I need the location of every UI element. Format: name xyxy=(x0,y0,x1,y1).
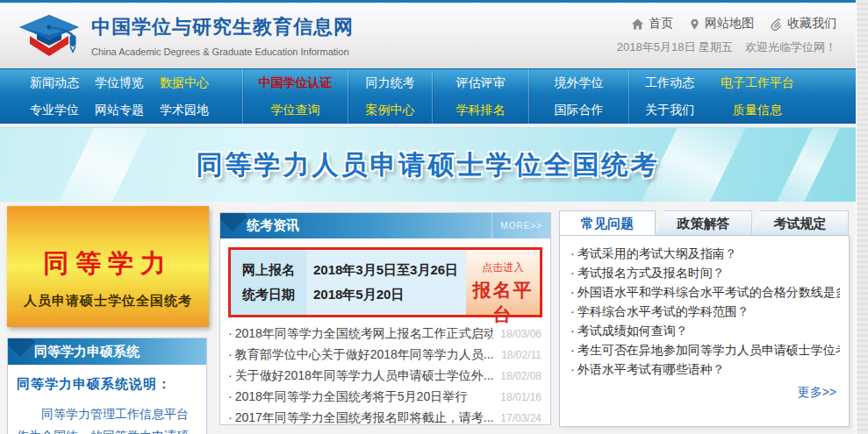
home-link[interactable]: 首页 xyxy=(631,16,673,32)
nav-link[interactable]: 学位博览 xyxy=(95,75,144,91)
system-box-header: 同等学力申硕系统 xyxy=(8,338,206,365)
sidebar-exam-promo[interactable]: 同等学力 人员申请硕士学位全国统考 xyxy=(7,206,209,327)
header-utility: 首页 网站地图 收藏我们 xyxy=(617,16,836,55)
news-panel-header: 统考资讯 MORE>> xyxy=(220,213,550,238)
nav-group-6: 工作动态 关于我们 电子工作平台 质量信息 xyxy=(629,69,856,124)
promo-subtitle: 人员申请硕士学位全国统考 xyxy=(7,293,209,309)
date-line: 2018年5月18日 星期五欢迎光临学位网！ xyxy=(617,39,836,55)
home-link-label: 首页 xyxy=(649,16,673,32)
brand-block: 中国学位与研究生教育信息网 China Academic Degrees & G… xyxy=(91,14,354,57)
nav-link[interactable]: 网站专题 xyxy=(95,103,144,118)
quick-links: 首页 网站地图 收藏我们 xyxy=(617,16,836,32)
tab-policy-answers[interactable]: 政策解答 xyxy=(656,210,752,235)
nav-group-5: 境外学位 国际合作 xyxy=(529,69,629,124)
exam-news-panel: 统考资讯 MORE>> 网上报名 统考日期 2018年3月5日至3月26日 20… xyxy=(219,212,551,425)
news-more-link[interactable]: MORE>> xyxy=(491,213,550,238)
faq-item[interactable]: 考试成绩如何查询？ xyxy=(570,321,840,340)
faq-item[interactable]: 考试报名方式及报名时间？ xyxy=(570,263,840,282)
signup-label-examdate: 统考日期 xyxy=(242,282,306,307)
bookmark-link[interactable]: 收藏我们 xyxy=(770,16,836,32)
faq-item[interactable]: 考试采用的考试大纲及指南？ xyxy=(570,244,840,263)
news-item-title: 关于做好2018年同等学力人员申请硕士学位外... xyxy=(228,366,493,386)
bookmark-link-label: 收藏我们 xyxy=(787,16,836,32)
nav-link[interactable]: 质量信息 xyxy=(721,103,794,118)
nav-group-2: 中国学位认证 学位查询 xyxy=(243,69,348,124)
graduation-cap-icon xyxy=(12,50,88,65)
faq-item[interactable]: 外国语水平和学科综合水平考试的合格分数线是多少？ xyxy=(570,282,840,302)
map-pin-icon xyxy=(689,18,700,31)
nav-group-1: 新闻动态 专业学位 学位博览 网站专题 数据中心 学术园地 xyxy=(0,69,243,124)
tab-common-questions[interactable]: 常见问题 xyxy=(559,210,656,235)
nav-group-4: 评估评审 学科排名 xyxy=(433,69,529,124)
nav-column: 新闻动态 专业学位 xyxy=(30,75,79,118)
nav-link[interactable]: 境外学位 xyxy=(555,75,604,91)
news-panel-title: 统考资讯 xyxy=(220,217,299,234)
news-item-date: 18/02/08 xyxy=(500,366,542,387)
news-list: 2018年同等学力全国统考网上报名工作正式启动 18/03/06 教育部学位中心… xyxy=(220,317,550,429)
site-header: 中国学位与研究生教育信息网 China Academic Degrees & G… xyxy=(0,3,856,68)
faq-more-link[interactable]: 更多>> xyxy=(570,385,840,401)
faq-item[interactable]: 外语水平考试有哪些语种？ xyxy=(570,359,840,379)
page-edge xyxy=(856,0,868,434)
faq-item[interactable]: 考生可否在异地参加同等学力人员申请硕士学位考试？ xyxy=(570,340,840,359)
nav-link[interactable]: 中国学位认证 xyxy=(259,75,333,91)
site-container: 中国学位与研究生教育信息网 China Academic Degrees & G… xyxy=(0,0,856,434)
nav-column: 学位博览 网站专题 xyxy=(95,75,144,118)
exam-banner[interactable]: 同等学力人员申请硕士学位全国统考 xyxy=(0,127,856,202)
signup-label-online: 网上报名 xyxy=(242,258,306,282)
home-icon xyxy=(631,18,644,31)
nav-link[interactable]: 工作动态 xyxy=(645,75,694,91)
signup-value-online: 2018年3月5日至3月26日 xyxy=(313,258,466,282)
signup-values: 2018年3月5日至3月26日 2018年5月20日 xyxy=(306,250,466,315)
news-item[interactable]: 2018年同等学力全国统考将于5月20日举行 18/01/16 xyxy=(228,387,542,408)
current-date: 2018年5月18日 星期五 xyxy=(617,40,733,53)
site-logo[interactable] xyxy=(12,10,88,62)
nav-group-3: 同力统考 案例中心 xyxy=(348,69,433,124)
sitemap-link[interactable]: 网站地图 xyxy=(689,16,754,32)
system-box-body: 同等学力申硕系统说明： 同等学力管理工作信息平台作为全国统一的同等学力申请硕士学… xyxy=(8,365,206,434)
nav-link[interactable]: 数据中心 xyxy=(160,75,209,91)
news-item[interactable]: 教育部学位中心关于做好2018年同等学力人员... 18/02/11 xyxy=(228,345,542,366)
sitemap-link-label: 网站地图 xyxy=(705,16,754,32)
signup-info-box: 网上报名 统考日期 2018年3月5日至3月26日 2018年5月20日 点击进… xyxy=(228,247,542,317)
nav-link[interactable]: 学科排名 xyxy=(456,103,506,118)
nav-link[interactable]: 学位查询 xyxy=(259,103,333,118)
nav-column: 境外学位 国际合作 xyxy=(555,75,604,118)
page: 中国学位与研究生教育信息网 China Academic Degrees & G… xyxy=(0,0,868,434)
welcome-text: 欢迎光临学位网！ xyxy=(745,40,836,53)
nav-link[interactable]: 国际合作 xyxy=(555,103,604,118)
news-item-title: 2018年同等学力全国统考网上报名工作正式启动 xyxy=(228,324,493,344)
nav-column: 工作动态 关于我们 xyxy=(645,75,694,118)
site-subtitle: China Academic Degrees & Graduate Educat… xyxy=(91,46,354,57)
paperclip-icon xyxy=(770,18,783,31)
news-item[interactable]: 2017年同等学力全国统考报名即将截止，请考... 17/03/24 xyxy=(228,408,542,429)
faq-content: 考试采用的考试大纲及指南？ 考试报名方式及报名时间？ 外国语水平和学科综合水平考… xyxy=(559,235,850,427)
nav-column: 同力统考 案例中心 xyxy=(366,75,415,118)
signup-platform-button[interactable]: 点击进入 报名平台 xyxy=(466,250,540,315)
nav-link[interactable]: 电子工作平台 xyxy=(721,75,794,91)
nav-column: 评估评审 学科排名 xyxy=(456,75,506,118)
news-item-date: 18/02/11 xyxy=(501,345,542,366)
faq-panel: 常见问题 政策解答 考试规定 考试采用的考试大纲及指南？ 考试报名方式及报名时间… xyxy=(559,210,850,427)
nav-link[interactable]: 评估评审 xyxy=(456,75,506,91)
main-nav: 新闻动态 专业学位 学位博览 网站专题 数据中心 学术园地 中国学位认证 学位查… xyxy=(0,68,856,124)
nav-link[interactable]: 学术园地 xyxy=(160,103,209,118)
nav-column: 数据中心 学术园地 xyxy=(160,75,209,118)
site-title: 中国学位与研究生教育信息网 xyxy=(91,14,354,40)
tab-exam-rules[interactable]: 考试规定 xyxy=(752,210,849,235)
nav-link[interactable]: 新闻动态 xyxy=(30,75,79,91)
nav-column: 电子工作平台 质量信息 xyxy=(721,75,794,118)
faq-item[interactable]: 学科综合水平考试的学科范围？ xyxy=(570,302,840,321)
nav-link[interactable]: 专业学位 xyxy=(30,103,79,118)
signup-value-examdate: 2018年5月20日 xyxy=(313,282,466,307)
shuoshi-system-box: 同等学力申硕系统 同等学力申硕系统说明： 同等学力管理工作信息平台作为全国统一的… xyxy=(7,338,207,434)
faq-tabs: 常见问题 政策解答 考试规定 xyxy=(559,210,850,235)
promo-title: 同等学力 xyxy=(7,206,209,281)
news-item[interactable]: 关于做好2018年同等学力人员申请硕士学位外... 18/02/08 xyxy=(228,366,542,387)
nav-link[interactable]: 同力统考 xyxy=(366,75,415,91)
nav-link[interactable]: 案例中心 xyxy=(366,103,415,118)
banner-title: 同等学力人员申请硕士学位全国统考 xyxy=(0,128,856,202)
system-description-heading: 同等学力申硕系统说明： xyxy=(17,376,197,393)
nav-link[interactable]: 关于我们 xyxy=(645,103,694,118)
news-item-date: 18/03/06 xyxy=(500,324,542,345)
